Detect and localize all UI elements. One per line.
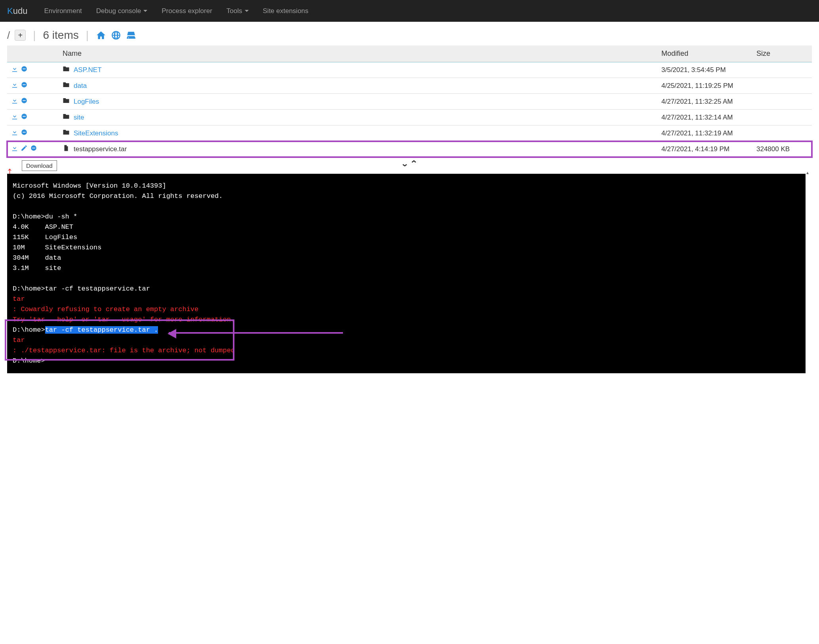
table-row: SiteExtensions4/27/2021, 11:32:19 AM bbox=[7, 125, 812, 141]
console-wrap: Microsoft Windows [Version 10.0.14393] (… bbox=[7, 170, 812, 373]
chevron-down-icon bbox=[245, 10, 249, 12]
size-cell bbox=[752, 94, 812, 110]
file-name[interactable]: LogFiles bbox=[74, 98, 99, 106]
table-row: site4/27/2021, 11:32:14 AM bbox=[7, 110, 812, 125]
breadcrumb-root[interactable]: / bbox=[7, 29, 10, 42]
nav-debug-console[interactable]: Debug console bbox=[89, 0, 154, 22]
item-count: 6 items bbox=[43, 29, 79, 42]
delete-icon[interactable] bbox=[21, 81, 28, 90]
separator: | bbox=[30, 29, 38, 42]
size-cell bbox=[752, 110, 812, 125]
col-size[interactable]: Size bbox=[752, 46, 812, 62]
table-row: LogFiles4/27/2021, 11:32:25 AM bbox=[7, 94, 812, 110]
size-cell: 324800 KB bbox=[752, 141, 812, 157]
delete-icon[interactable] bbox=[30, 144, 37, 154]
col-modified[interactable]: Modified bbox=[657, 46, 752, 62]
nav-environment[interactable]: Environment bbox=[37, 0, 89, 22]
globe-icon[interactable] bbox=[111, 30, 121, 40]
svg-rect-1 bbox=[23, 68, 26, 69]
nav-tools[interactable]: Tools bbox=[219, 0, 256, 22]
chevron-down-icon: ⌄ bbox=[401, 159, 409, 168]
download-tooltip: Download bbox=[22, 160, 57, 171]
collapse-toggle[interactable]: ⌄ ⌃ bbox=[0, 157, 819, 170]
separator: | bbox=[84, 29, 91, 42]
download-icon[interactable] bbox=[11, 97, 18, 106]
download-icon[interactable] bbox=[11, 144, 18, 154]
svg-rect-3 bbox=[23, 84, 26, 85]
table-row: ASP.NET3/5/2021, 3:54:45 PM bbox=[7, 62, 812, 78]
folder-icon bbox=[63, 81, 70, 90]
size-cell bbox=[752, 62, 812, 78]
folder-icon bbox=[63, 129, 70, 138]
delete-icon[interactable] bbox=[21, 113, 28, 122]
toolbar: / + | 6 items | bbox=[0, 22, 819, 46]
col-actions bbox=[7, 46, 59, 62]
navbar: Kudu Environment Debug console Process e… bbox=[0, 0, 819, 22]
folder-icon bbox=[63, 65, 70, 74]
brand-logo[interactable]: Kudu bbox=[7, 6, 27, 16]
modified-cell: 4/25/2021, 11:19:25 PM bbox=[657, 78, 752, 94]
download-icon[interactable] bbox=[11, 129, 18, 138]
nav-debug-console-label: Debug console bbox=[96, 7, 141, 15]
disk-icon[interactable] bbox=[126, 30, 136, 40]
col-name[interactable]: Name bbox=[59, 46, 657, 62]
modified-cell: 4/27/2021, 4:14:19 PM bbox=[657, 141, 752, 157]
add-button[interactable]: + bbox=[15, 30, 26, 41]
file-icon bbox=[63, 144, 70, 154]
file-table: Name Modified Size ASP.NET3/5/2021, 3:54… bbox=[7, 46, 812, 157]
edit-icon[interactable] bbox=[21, 144, 28, 154]
file-name: testappservice.tar bbox=[74, 145, 127, 153]
brand-text: udu bbox=[13, 6, 28, 16]
file-name[interactable]: data bbox=[74, 82, 87, 90]
file-name[interactable]: SiteExtensions bbox=[74, 129, 118, 137]
table-row: testappservice.tar4/27/2021, 4:14:19 PM3… bbox=[7, 141, 812, 157]
size-cell bbox=[752, 125, 812, 141]
file-table-wrap: Name Modified Size ASP.NET3/5/2021, 3:54… bbox=[0, 46, 819, 157]
modified-cell: 4/27/2021, 11:32:19 AM bbox=[657, 125, 752, 141]
svg-rect-5 bbox=[23, 100, 26, 101]
download-icon[interactable] bbox=[11, 113, 18, 122]
delete-icon[interactable] bbox=[21, 65, 28, 74]
home-icon[interactable] bbox=[96, 30, 106, 40]
debug-console[interactable]: Microsoft Windows [Version 10.0.14393] (… bbox=[7, 174, 812, 373]
chevron-up-icon: ⌃ bbox=[410, 159, 418, 168]
scrollbar[interactable] bbox=[806, 170, 812, 373]
folder-icon bbox=[63, 113, 70, 122]
file-name[interactable]: ASP.NET bbox=[74, 66, 102, 74]
table-row: data4/25/2021, 11:19:25 PM bbox=[7, 78, 812, 94]
svg-rect-7 bbox=[23, 116, 26, 117]
chevron-down-icon bbox=[143, 10, 147, 12]
modified-cell: 4/27/2021, 11:32:25 AM bbox=[657, 94, 752, 110]
nav-tools-label: Tools bbox=[227, 7, 242, 15]
download-icon[interactable] bbox=[11, 81, 18, 90]
nav-site-extensions[interactable]: Site extensions bbox=[256, 0, 316, 22]
svg-rect-9 bbox=[23, 132, 26, 133]
nav-process-explorer[interactable]: Process explorer bbox=[154, 0, 219, 22]
size-cell bbox=[752, 78, 812, 94]
delete-icon[interactable] bbox=[21, 129, 28, 138]
modified-cell: 3/5/2021, 3:54:45 PM bbox=[657, 62, 752, 78]
delete-icon[interactable] bbox=[21, 97, 28, 106]
folder-icon bbox=[63, 97, 70, 106]
modified-cell: 4/27/2021, 11:32:14 AM bbox=[657, 110, 752, 125]
file-name[interactable]: site bbox=[74, 114, 84, 122]
download-icon[interactable] bbox=[11, 65, 18, 74]
svg-rect-11 bbox=[32, 148, 35, 148]
